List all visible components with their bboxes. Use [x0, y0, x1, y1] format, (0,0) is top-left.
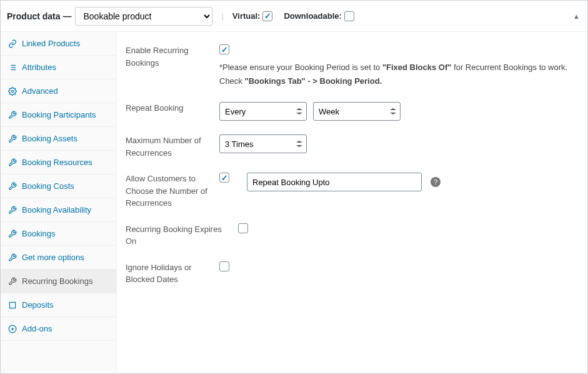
main-content: Enable Recurring Bookings *Please ensure… — [117, 32, 587, 373]
enable-recurring-checkbox[interactable] — [219, 44, 229, 54]
square-icon — [8, 301, 17, 310]
sidebar-item-attributes[interactable]: Attributes — [1, 56, 116, 79]
product-type-select[interactable]: Bookable product — [75, 7, 212, 26]
allow-choose-checkbox[interactable] — [219, 173, 229, 183]
sidebar-item-label: Add-ons — [22, 324, 52, 333]
repeat-frequency-select[interactable]: Every — [219, 102, 307, 121]
sidebar-item-bookings[interactable]: Bookings — [1, 222, 116, 246]
list-icon — [8, 63, 17, 72]
sidebar-item-label: Booking Resources — [22, 158, 92, 167]
sidebar: Linked ProductsAttributesAdvancedBooking… — [1, 32, 117, 373]
sidebar-item-label: Booking Participants — [22, 110, 96, 119]
panel-body: Linked ProductsAttributesAdvancedBooking… — [1, 32, 587, 373]
row-repeat-booking: Repeat Booking Every Week — [126, 102, 579, 121]
sidebar-item-label: Attributes — [22, 63, 56, 72]
sidebar-item-booking-participants[interactable]: Booking Participants — [1, 103, 116, 127]
sidebar-item-booking-costs[interactable]: Booking Costs — [1, 174, 116, 198]
sidebar-item-label: Recurring Bookings — [22, 276, 92, 286]
label-ignore-holidays: Ignore Holidays or Blocked Dates — [126, 261, 219, 286]
collapse-icon[interactable]: ▲ — [573, 13, 580, 20]
sidebar-item-label: Advanced — [22, 86, 58, 96]
label-enable-recurring: Enable Recurring Bookings — [126, 44, 219, 69]
sidebar-item-booking-resources[interactable]: Booking Resources — [1, 151, 116, 174]
downloadable-label: Downloadable: — [284, 11, 341, 21]
downloadable-checkbox[interactable] — [344, 11, 354, 21]
sidebar-item-add-ons[interactable]: Add-ons — [1, 317, 116, 341]
row-max-recurrences: Maximum Number of Recurrences 3 Times — [126, 134, 579, 159]
separator: | — [221, 11, 223, 21]
help-icon[interactable]: ? — [431, 177, 441, 187]
label-repeat-booking: Repeat Booking — [126, 102, 219, 114]
wrench-icon — [8, 230, 17, 238]
gear-icon — [8, 87, 17, 96]
sidebar-item-advanced[interactable]: Advanced — [1, 79, 116, 103]
svg-point-6 — [11, 90, 14, 93]
enable-recurring-note: *Please ensure your Booking Period is se… — [219, 61, 569, 88]
panel-title: Product data — — [7, 11, 71, 21]
sidebar-item-label: Booking Costs — [22, 181, 74, 191]
sidebar-item-label: Deposits — [22, 300, 54, 310]
label-max-recurrences: Maximum Number of Recurrences — [126, 134, 219, 159]
sidebar-item-label: Booking Availability — [22, 205, 91, 215]
sidebar-item-booking-assets[interactable]: Booking Assets — [1, 127, 116, 151]
panel-header: Product data — Bookable product | Virtua… — [1, 1, 587, 32]
virtual-label: Virtual: — [232, 11, 261, 21]
expires-on-checkbox[interactable] — [238, 223, 248, 233]
repeat-upto-input[interactable] — [247, 173, 422, 191]
sidebar-item-get-more-options[interactable]: Get more options — [1, 246, 116, 270]
sidebar-item-label: Linked Products — [22, 39, 80, 48]
virtual-checkbox[interactable] — [262, 11, 272, 21]
sidebar-item-deposits[interactable]: Deposits — [1, 293, 116, 317]
sidebar-item-recurring-bookings[interactable]: Recurring Bookings — [1, 270, 116, 293]
product-data-panel: Product data — Bookable product | Virtua… — [0, 0, 588, 374]
sidebar-item-booking-availability[interactable]: Booking Availability — [1, 198, 116, 222]
wrench-icon — [8, 158, 17, 167]
svg-rect-7 — [9, 302, 15, 308]
repeat-unit-select[interactable]: Week — [313, 102, 401, 121]
wrench-icon — [8, 206, 17, 215]
wrench-icon — [8, 277, 17, 286]
wrench-icon — [8, 182, 17, 191]
sidebar-item-label: Booking Assets — [22, 134, 77, 143]
label-expires-on: Recurring Booking Expires On — [126, 223, 238, 248]
wrench-icon — [8, 134, 17, 143]
row-allow-choose: Allow Customers to Choose the Number of … — [126, 173, 579, 210]
sidebar-item-label: Get more options — [22, 253, 84, 262]
ignore-holidays-checkbox[interactable] — [219, 261, 229, 271]
row-enable-recurring: Enable Recurring Bookings *Please ensure… — [126, 44, 579, 88]
link-icon — [8, 39, 17, 48]
row-expires-on: Recurring Booking Expires On — [126, 223, 579, 248]
label-allow-choose: Allow Customers to Choose the Number of … — [126, 173, 219, 210]
sidebar-item-label: Bookings — [22, 229, 55, 238]
plus-icon — [8, 325, 17, 333]
row-ignore-holidays: Ignore Holidays or Blocked Dates — [126, 261, 579, 286]
max-recurrences-select[interactable]: 3 Times — [219, 134, 307, 153]
wrench-icon — [8, 253, 17, 262]
wrench-icon — [8, 111, 17, 119]
sidebar-item-linked-products[interactable]: Linked Products — [1, 32, 116, 56]
